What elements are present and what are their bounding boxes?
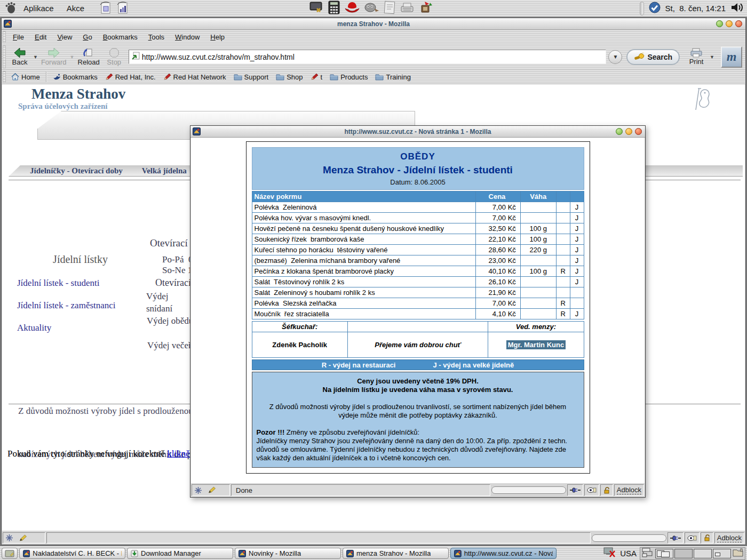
menu-help[interactable]: Help (205, 31, 230, 43)
link-aktuality[interactable]: Aktuality (17, 323, 51, 333)
menu-cell-weight: 100 g (520, 223, 556, 234)
back-button[interactable]: Back (7, 47, 32, 67)
panel-clock[interactable]: St, 8. čen, 14:21 (665, 4, 726, 13)
nav-tab-jidelnicky[interactable]: Jídelníčky - Otevírací doby (30, 166, 123, 175)
menu-go[interactable]: Go (77, 31, 97, 43)
workspace-1[interactable] (655, 549, 673, 558)
workspace-3[interactable] (694, 549, 712, 558)
bookmark-item-home[interactable]: Home (7, 71, 44, 83)
menu-file[interactable]: File (7, 31, 29, 43)
component-bar[interactable] (192, 484, 230, 496)
home-icon (11, 73, 19, 81)
taskbar-window-button[interactable]: Novinky - Mozilla (235, 548, 341, 559)
calculator-launcher-icon[interactable] (327, 0, 341, 17)
forward-dropdown[interactable]: ▼ (70, 54, 75, 60)
menu-cell-j (570, 287, 584, 298)
menu-row: Polévka Zeleninová7,00 KčJ (252, 202, 584, 213)
redhat-launcher-icon[interactable] (344, 0, 361, 17)
menu-view[interactable]: View (52, 31, 77, 43)
mozilla-throbber[interactable]: m (721, 46, 742, 68)
bookmark-item-red-hat-network[interactable]: Red Hat Network (160, 71, 230, 83)
security-lock-icon[interactable] (600, 484, 613, 496)
composer-component-icon (19, 534, 27, 542)
applications-menu[interactable]: Aplikace (17, 4, 60, 13)
typewriter-launcher-icon[interactable] (399, 0, 415, 17)
notes-launcher-icon[interactable] (382, 0, 397, 17)
bookmark-item-t[interactable]: t (307, 71, 327, 83)
gnome-foot-icon[interactable] (4, 1, 17, 16)
show-desktop-button[interactable] (2, 548, 18, 559)
link-jidelni-listek-studenti[interactable]: Jídelní lístek - studenti (17, 278, 99, 289)
popup-blocker-icon[interactable] (685, 532, 700, 543)
menu-cell-j: J (570, 255, 584, 266)
online-status-icon[interactable] (567, 484, 583, 496)
main-window-title: menza Strahov - Mozilla (2, 20, 745, 28)
url-history-dropdown[interactable]: ▼ (608, 50, 622, 64)
close-button[interactable] (735, 20, 742, 27)
url-bar[interactable] (129, 50, 607, 64)
gimp-launcher-icon[interactable] (363, 0, 380, 17)
bookmark-page-icon[interactable] (131, 52, 140, 62)
stop-button[interactable]: Stop (102, 47, 126, 67)
main-titlebar[interactable]: menza Strahov - Mozilla (2, 18, 745, 30)
workspace-2[interactable] (674, 549, 693, 558)
menu-cell-r (556, 213, 570, 223)
print-dropdown[interactable]: ▼ (710, 54, 714, 60)
keyboard-layout-indicator[interactable]: USA (620, 549, 637, 558)
network-offline-icon[interactable] (603, 547, 617, 560)
component-bar[interactable] (3, 532, 45, 543)
update-notifier-icon[interactable] (648, 1, 661, 16)
reload-button[interactable]: Reload (76, 47, 102, 67)
toolbar-grippy[interactable] (3, 45, 6, 68)
popup-titlebar[interactable]: http://www.suz.cvut.cz - Nová stránka 1 … (190, 126, 645, 138)
printer-tray-icon[interactable] (641, 547, 654, 560)
minimize-button[interactable] (716, 20, 723, 27)
taskbar-window-button[interactable]: http://www.suz.cvut.cz - Nová (450, 548, 557, 559)
popup-blocker-icon[interactable] (584, 484, 599, 496)
taskbar-window-button[interactable]: Download Manager (127, 548, 233, 559)
print-button[interactable]: Print (684, 47, 709, 66)
chart-launcher-icon[interactable] (115, 1, 129, 17)
menu-tools[interactable]: Tools (143, 31, 170, 43)
menu-cell-j (570, 298, 584, 309)
search-button[interactable]: Search (626, 49, 680, 65)
screenshot-launcher-icon[interactable] (98, 1, 112, 17)
close-button[interactable] (635, 128, 642, 135)
bookmark-item-training[interactable]: Training (371, 71, 414, 83)
volume-icon[interactable] (730, 1, 744, 16)
minimize-button[interactable] (616, 128, 623, 135)
url-input[interactable] (142, 53, 604, 61)
adblock-status[interactable]: Adblock (714, 532, 744, 543)
popup-page-content: OBĚDY Menza Strahov - Jídelní lístek - s… (191, 138, 645, 483)
bookmark-item-support[interactable]: Support (230, 71, 273, 83)
menu-window[interactable]: Window (170, 31, 205, 43)
taskbar-window-button[interactable]: Nakladatelství C. H. BECK - N (19, 548, 125, 559)
menubar-grippy[interactable] (3, 31, 6, 43)
bookmark-item-products[interactable]: Products (326, 71, 371, 83)
online-status-icon[interactable] (667, 532, 684, 543)
bookmark-item-red-hat-inc-[interactable]: Red Hat, Inc. (101, 71, 160, 83)
menu-edit[interactable]: Edit (29, 31, 52, 43)
back-dropdown[interactable]: ▼ (33, 54, 38, 60)
bookmark-item-shop[interactable]: Shop (272, 71, 306, 83)
link-jidelni-listek-zamestnanci[interactable]: Jídelní lístek - zaměstnanci (17, 300, 116, 311)
progress-bar (592, 534, 666, 542)
actions-menu[interactable]: Akce (60, 4, 91, 13)
status-done: Done (236, 486, 252, 494)
multimedia-launcher-icon[interactable] (417, 0, 433, 17)
maximize-button[interactable] (625, 128, 632, 135)
bookmark-item-bookmarks[interactable]: Bookmarks (49, 71, 101, 83)
terminal-launcher-icon[interactable] (308, 0, 324, 17)
maximize-button[interactable] (726, 20, 733, 27)
menu-cell-price: 28,60 Kč (476, 245, 521, 255)
menu-cell-name: Hovězí pečeně na česneku špenát dušený h… (252, 223, 476, 234)
personalbar-grippy[interactable] (3, 71, 6, 83)
folder-tray-icon[interactable] (732, 548, 744, 559)
security-lock-icon[interactable] (701, 532, 713, 543)
nav-tab-velka-jidelna[interactable]: Velká jídelna (142, 166, 187, 175)
adblock-status[interactable]: Adblock (614, 484, 644, 496)
menu-bookmarks[interactable]: Bookmarks (98, 31, 143, 43)
taskbar-window-button[interactable]: menza Strahov - Mozilla (343, 548, 449, 559)
forward-button[interactable]: Forward (39, 47, 69, 67)
workspace-4[interactable] (713, 549, 731, 558)
